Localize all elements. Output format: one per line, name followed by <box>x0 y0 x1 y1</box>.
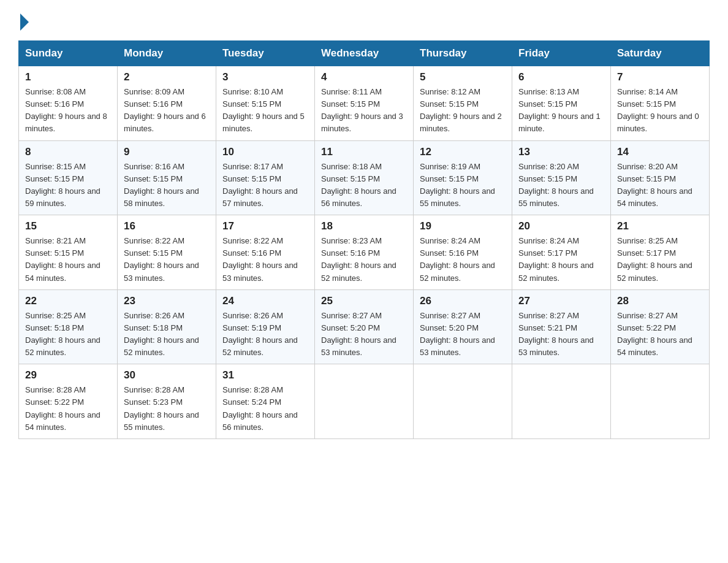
calendar-week-1: 1 Sunrise: 8:08 AM Sunset: 5:16 PM Dayli… <box>19 66 710 141</box>
day-info: Sunrise: 8:27 AM Sunset: 5:21 PM Dayligh… <box>518 310 604 359</box>
day-number: 7 <box>617 71 703 83</box>
calendar-cell: 29 Sunrise: 8:28 AM Sunset: 5:22 PM Dayl… <box>19 364 118 439</box>
day-info: Sunrise: 8:25 AM Sunset: 5:18 PM Dayligh… <box>25 310 111 359</box>
day-number: 5 <box>420 71 506 83</box>
day-number: 13 <box>518 146 604 158</box>
calendar-cell: 15 Sunrise: 8:21 AM Sunset: 5:15 PM Dayl… <box>19 215 118 290</box>
calendar-week-2: 8 Sunrise: 8:15 AM Sunset: 5:15 PM Dayli… <box>19 140 710 215</box>
calendar-cell: 21 Sunrise: 8:25 AM Sunset: 5:17 PM Dayl… <box>611 215 710 290</box>
calendar-cell: 3 Sunrise: 8:10 AM Sunset: 5:15 PM Dayli… <box>216 66 315 141</box>
day-info: Sunrise: 8:23 AM Sunset: 5:16 PM Dayligh… <box>321 235 407 285</box>
calendar-cell: 12 Sunrise: 8:19 AM Sunset: 5:15 PM Dayl… <box>414 140 512 215</box>
calendar-cell: 8 Sunrise: 8:15 AM Sunset: 5:15 PM Dayli… <box>19 140 118 215</box>
calendar-cell: 23 Sunrise: 8:26 AM Sunset: 5:18 PM Dayl… <box>118 289 216 364</box>
day-number: 15 <box>25 220 111 232</box>
calendar-cell: 14 Sunrise: 8:20 AM Sunset: 5:15 PM Dayl… <box>611 140 710 215</box>
calendar-cell: 27 Sunrise: 8:27 AM Sunset: 5:21 PM Dayl… <box>512 289 611 364</box>
day-info: Sunrise: 8:12 AM Sunset: 5:15 PM Dayligh… <box>420 86 506 136</box>
calendar-cell <box>512 364 611 439</box>
day-info: Sunrise: 8:26 AM Sunset: 5:18 PM Dayligh… <box>124 310 210 359</box>
calendar-cell: 11 Sunrise: 8:18 AM Sunset: 5:15 PM Dayl… <box>315 140 414 215</box>
weekday-header-sunday: Sunday <box>19 41 118 66</box>
calendar-cell: 5 Sunrise: 8:12 AM Sunset: 5:15 PM Dayli… <box>414 66 512 141</box>
day-info: Sunrise: 8:18 AM Sunset: 5:15 PM Dayligh… <box>321 161 407 210</box>
calendar-cell: 28 Sunrise: 8:27 AM Sunset: 5:22 PM Dayl… <box>611 289 710 364</box>
calendar-header: SundayMondayTuesdayWednesdayThursdayFrid… <box>19 41 710 66</box>
calendar-week-4: 22 Sunrise: 8:25 AM Sunset: 5:18 PM Dayl… <box>19 289 710 364</box>
calendar-week-3: 15 Sunrise: 8:21 AM Sunset: 5:15 PM Dayl… <box>19 215 710 290</box>
calendar-cell: 1 Sunrise: 8:08 AM Sunset: 5:16 PM Dayli… <box>19 66 118 141</box>
day-number: 2 <box>124 71 210 83</box>
day-info: Sunrise: 8:27 AM Sunset: 5:20 PM Dayligh… <box>321 310 407 359</box>
day-number: 1 <box>25 71 111 83</box>
day-number: 25 <box>321 295 407 307</box>
calendar-cell: 19 Sunrise: 8:24 AM Sunset: 5:16 PM Dayl… <box>414 215 512 290</box>
calendar-cell <box>611 364 710 439</box>
day-info: Sunrise: 8:10 AM Sunset: 5:15 PM Dayligh… <box>222 86 308 136</box>
day-info: Sunrise: 8:22 AM Sunset: 5:15 PM Dayligh… <box>124 235 210 285</box>
day-number: 21 <box>617 220 703 232</box>
day-number: 23 <box>124 295 210 307</box>
calendar-cell: 26 Sunrise: 8:27 AM Sunset: 5:20 PM Dayl… <box>414 289 512 364</box>
day-number: 17 <box>222 220 308 232</box>
calendar-cell <box>315 364 414 439</box>
logo-triangle-icon <box>20 13 29 31</box>
weekday-header-wednesday: Wednesday <box>315 41 414 66</box>
day-number: 4 <box>321 71 407 83</box>
day-number: 31 <box>222 369 308 381</box>
day-number: 6 <box>518 71 604 83</box>
calendar-cell: 7 Sunrise: 8:14 AM Sunset: 5:15 PM Dayli… <box>611 66 710 141</box>
day-info: Sunrise: 8:27 AM Sunset: 5:20 PM Dayligh… <box>420 310 506 359</box>
day-info: Sunrise: 8:17 AM Sunset: 5:15 PM Dayligh… <box>222 161 308 210</box>
calendar-cell: 31 Sunrise: 8:28 AM Sunset: 5:24 PM Dayl… <box>216 364 315 439</box>
calendar-week-5: 29 Sunrise: 8:28 AM Sunset: 5:22 PM Dayl… <box>19 364 710 439</box>
calendar-table: SundayMondayTuesdayWednesdayThursdayFrid… <box>18 40 710 439</box>
day-number: 3 <box>222 71 308 83</box>
weekday-header-saturday: Saturday <box>611 41 710 66</box>
day-number: 30 <box>124 369 210 381</box>
weekday-header-thursday: Thursday <box>414 41 512 66</box>
day-info: Sunrise: 8:09 AM Sunset: 5:16 PM Dayligh… <box>124 86 210 136</box>
day-info: Sunrise: 8:28 AM Sunset: 5:23 PM Dayligh… <box>124 384 210 434</box>
day-number: 18 <box>321 220 407 232</box>
day-number: 10 <box>222 146 308 158</box>
calendar-cell: 24 Sunrise: 8:26 AM Sunset: 5:19 PM Dayl… <box>216 289 315 364</box>
day-info: Sunrise: 8:20 AM Sunset: 5:15 PM Dayligh… <box>617 161 703 210</box>
day-info: Sunrise: 8:28 AM Sunset: 5:22 PM Dayligh… <box>25 384 111 434</box>
page-header <box>18 12 710 28</box>
day-number: 20 <box>518 220 604 232</box>
day-info: Sunrise: 8:24 AM Sunset: 5:16 PM Dayligh… <box>420 235 506 285</box>
calendar-cell: 6 Sunrise: 8:13 AM Sunset: 5:15 PM Dayli… <box>512 66 611 141</box>
day-info: Sunrise: 8:08 AM Sunset: 5:16 PM Dayligh… <box>25 86 111 136</box>
day-info: Sunrise: 8:28 AM Sunset: 5:24 PM Dayligh… <box>222 384 308 434</box>
day-number: 27 <box>518 295 604 307</box>
day-info: Sunrise: 8:19 AM Sunset: 5:15 PM Dayligh… <box>420 161 506 210</box>
calendar-body: 1 Sunrise: 8:08 AM Sunset: 5:16 PM Dayli… <box>19 66 710 439</box>
weekday-header-monday: Monday <box>118 41 216 66</box>
day-number: 28 <box>617 295 703 307</box>
day-info: Sunrise: 8:14 AM Sunset: 5:15 PM Dayligh… <box>617 86 703 136</box>
calendar-cell: 13 Sunrise: 8:20 AM Sunset: 5:15 PM Dayl… <box>512 140 611 215</box>
day-info: Sunrise: 8:13 AM Sunset: 5:15 PM Dayligh… <box>518 86 604 136</box>
day-info: Sunrise: 8:26 AM Sunset: 5:19 PM Dayligh… <box>222 310 308 359</box>
day-info: Sunrise: 8:20 AM Sunset: 5:15 PM Dayligh… <box>518 161 604 210</box>
calendar-cell: 2 Sunrise: 8:09 AM Sunset: 5:16 PM Dayli… <box>118 66 216 141</box>
day-number: 26 <box>420 295 506 307</box>
day-info: Sunrise: 8:16 AM Sunset: 5:15 PM Dayligh… <box>124 161 210 210</box>
day-info: Sunrise: 8:11 AM Sunset: 5:15 PM Dayligh… <box>321 86 407 136</box>
calendar-cell: 17 Sunrise: 8:22 AM Sunset: 5:16 PM Dayl… <box>216 215 315 290</box>
day-info: Sunrise: 8:25 AM Sunset: 5:17 PM Dayligh… <box>617 235 703 285</box>
day-number: 24 <box>222 295 308 307</box>
day-number: 19 <box>420 220 506 232</box>
calendar-cell: 16 Sunrise: 8:22 AM Sunset: 5:15 PM Dayl… <box>118 215 216 290</box>
day-number: 29 <box>25 369 111 381</box>
day-info: Sunrise: 8:22 AM Sunset: 5:16 PM Dayligh… <box>222 235 308 285</box>
day-number: 8 <box>25 146 111 158</box>
day-info: Sunrise: 8:27 AM Sunset: 5:22 PM Dayligh… <box>617 310 703 359</box>
calendar-cell: 30 Sunrise: 8:28 AM Sunset: 5:23 PM Dayl… <box>118 364 216 439</box>
day-number: 22 <box>25 295 111 307</box>
day-number: 9 <box>124 146 210 158</box>
calendar-cell: 4 Sunrise: 8:11 AM Sunset: 5:15 PM Dayli… <box>315 66 414 141</box>
calendar-cell: 20 Sunrise: 8:24 AM Sunset: 5:17 PM Dayl… <box>512 215 611 290</box>
calendar-cell: 9 Sunrise: 8:16 AM Sunset: 5:15 PM Dayli… <box>118 140 216 215</box>
